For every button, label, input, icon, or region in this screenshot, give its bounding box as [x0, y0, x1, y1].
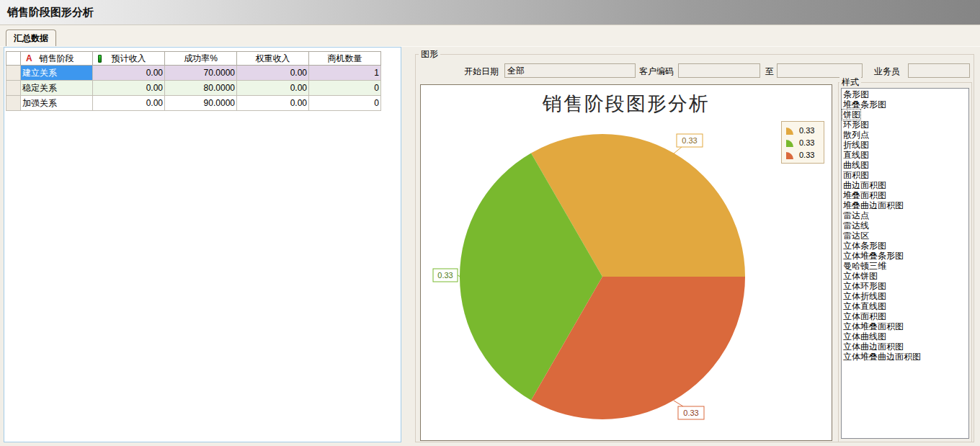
tab-strip: 汇总数据: [0, 25, 980, 47]
table-row: 稳定关系 0.00 80.0000 0.00 0: [6, 81, 381, 96]
cell-expected-income[interactable]: 0.00: [93, 66, 165, 81]
red-a-icon: A: [26, 53, 32, 63]
style-list-item[interactable]: 曲线图: [842, 160, 869, 170]
column-header-weighted-income[interactable]: 权重收入: [237, 52, 309, 66]
style-list-item[interactable]: 条形图: [842, 89, 869, 99]
customer-code-input[interactable]: [678, 63, 760, 78]
graph-group-label: 图形: [419, 49, 440, 59]
start-date-input[interactable]: [504, 63, 636, 78]
sales-stage-table: A 销售阶段 预计收入 成功率% 权重收入 商机数量: [6, 51, 381, 111]
legend-value: 0.33: [799, 126, 814, 135]
row-indicator[interactable]: [6, 96, 21, 111]
row-indicator[interactable]: [6, 66, 21, 81]
cell-weighted-income[interactable]: 0.00: [237, 66, 309, 81]
window-title: 销售阶段图形分析: [0, 0, 980, 24]
cell-expected-income[interactable]: 0.00: [93, 81, 165, 96]
cell-opportunity-count[interactable]: 1: [309, 66, 381, 81]
style-list-item[interactable]: 堆叠条形图: [842, 99, 886, 110]
summary-table-panel: A 销售阶段 预计收入 成功率% 权重收入 商机数量: [4, 47, 401, 442]
style-list-item[interactable]: 立体曲线图: [842, 331, 886, 342]
cell-success-rate[interactable]: 90.0000: [165, 96, 237, 111]
chart-legend: 0.33 0.33 0.33: [781, 121, 824, 164]
cell-success-rate[interactable]: 70.0000: [165, 66, 237, 81]
column-header-expected-income[interactable]: 预计收入: [93, 52, 165, 66]
callout-label-red: 0.33: [683, 409, 698, 417]
column-header-stage[interactable]: A 销售阶段: [21, 52, 93, 66]
style-list-item[interactable]: 立体折线图: [842, 291, 886, 301]
customer-code-to-input[interactable]: [777, 63, 863, 78]
cell-stage[interactable]: 加强关系: [21, 96, 93, 111]
row-indicator[interactable]: [6, 81, 21, 96]
legend-marker-orange-icon: [785, 125, 796, 135]
style-list-item[interactable]: 立体直线图: [842, 301, 886, 311]
legend-value: 0.33: [799, 151, 814, 159]
callout-label-orange: 0.33: [682, 136, 697, 145]
style-listbox[interactable]: 条形图 堆叠条形图 饼图 环形图 散列点 折线图 直线图 曲线图 面积图 曲边面…: [841, 88, 969, 439]
cell-success-rate[interactable]: 80.0000: [165, 81, 237, 96]
style-list-item[interactable]: 立体堆叠面积图: [842, 321, 904, 331]
to-label: 至: [765, 66, 774, 76]
style-group-label: 样式: [839, 77, 861, 87]
chart-area: 销售阶段图形分析 0.33 0.33 0.33 0.3: [420, 84, 832, 441]
cell-weighted-income[interactable]: 0.00: [237, 81, 309, 96]
style-list-item-selected[interactable]: 饼图: [842, 110, 860, 120]
style-list-item[interactable]: 立体环形图: [842, 281, 886, 291]
style-list-item[interactable]: 立体曲边面积图: [842, 342, 904, 352]
tab-label: 汇总数据: [14, 33, 48, 43]
window-title-bar: 销售阶段图形分析: [0, 0, 980, 25]
style-list-item[interactable]: 曲边面积图: [842, 180, 886, 190]
style-list-item[interactable]: 环形图: [842, 120, 869, 130]
style-list-item[interactable]: 雷达点: [842, 210, 869, 220]
table-row: 加强关系 0.00 90.0000 0.00 0: [6, 96, 381, 111]
style-list-item[interactable]: 雷达区: [842, 231, 869, 241]
cell-stage-selected[interactable]: 建立关系: [21, 66, 93, 81]
style-list-item[interactable]: 立体堆叠条形图: [842, 251, 904, 261]
table-row: 建立关系 0.00 70.0000 0.00 1: [6, 66, 381, 81]
style-list-item[interactable]: 雷达线: [842, 220, 869, 231]
style-list-item[interactable]: 立体面积图: [842, 311, 886, 321]
legend-marker-red-icon: [785, 149, 796, 160]
legend-value: 0.33: [799, 138, 814, 147]
green-field-icon: [98, 55, 102, 63]
cell-opportunity-count[interactable]: 0: [309, 81, 381, 96]
cell-expected-income[interactable]: 0.00: [93, 96, 165, 111]
table-header-row: A 销售阶段 预计收入 成功率% 权重收入 商机数量: [6, 52, 381, 66]
app-window: 销售阶段图形分析 汇总数据 A 销售阶段 预计收入 成: [0, 0, 980, 446]
legend-item: 0.33: [785, 124, 821, 136]
column-header-opportunity-count[interactable]: 商机数量: [309, 52, 381, 66]
legend-item: 0.33: [785, 148, 821, 161]
pie-chart: 0.33 0.33 0.33: [421, 85, 832, 440]
cell-opportunity-count[interactable]: 0: [309, 96, 381, 111]
style-list-item[interactable]: 堆叠曲边面积图: [842, 200, 904, 210]
style-list-item[interactable]: 堆叠面积图: [842, 190, 886, 200]
legend-item: 0.33: [785, 136, 821, 148]
row-indicator-header: [6, 52, 21, 66]
style-list-item[interactable]: 折线图: [842, 140, 869, 150]
style-list-item[interactable]: 立体条形图: [842, 241, 886, 251]
customer-code-label: 客户编码: [639, 66, 674, 76]
style-list-item[interactable]: 散列点: [842, 130, 869, 140]
legend-marker-green-icon: [785, 137, 796, 148]
callout-line-orange: [674, 147, 682, 153]
column-header-success-rate[interactable]: 成功率%: [165, 52, 237, 66]
tab-summary-data[interactable]: 汇总数据: [6, 30, 56, 48]
style-list-item[interactable]: 立体堆叠曲边面积图: [842, 352, 921, 362]
callout-line-red: [674, 401, 683, 406]
callout-label-green: 0.33: [437, 271, 453, 280]
style-list-item[interactable]: 曼哈顿三维: [842, 261, 886, 271]
start-date-label: 开始日期: [464, 66, 499, 76]
salesperson-input[interactable]: [908, 63, 970, 78]
style-list-item[interactable]: 直线图: [842, 150, 869, 160]
cell-stage[interactable]: 稳定关系: [21, 81, 93, 96]
style-list-item[interactable]: 立体饼图: [842, 271, 878, 281]
style-list-item[interactable]: 面积图: [842, 170, 869, 180]
salesperson-label: 业务员: [874, 66, 900, 76]
cell-weighted-income[interactable]: 0.00: [237, 96, 309, 111]
